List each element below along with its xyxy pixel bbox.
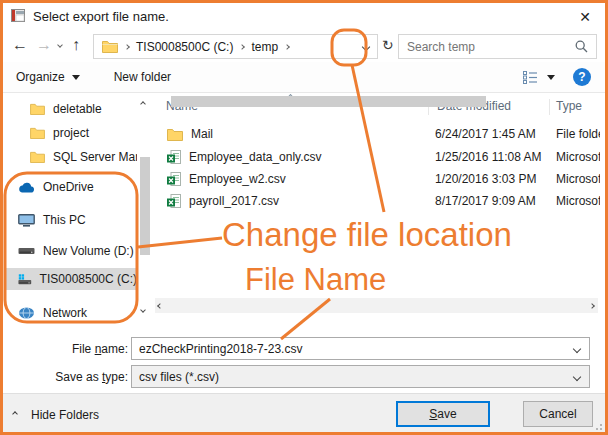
file-row-employee-data-only[interactable]: Employee_data_only.csv 1/25/2016 11:08 A… <box>155 146 600 168</box>
sidebar-item-label: TIS0008500C (C:) <box>40 272 137 286</box>
view-dropdown-icon[interactable] <box>547 75 555 80</box>
sidebar-item-sql-server[interactable]: SQL Server Manag <box>4 146 137 168</box>
export-dialog: Select export file name. ✕ ← → ↑ TIS0008… <box>0 0 608 435</box>
sidebar-item-project[interactable]: project <box>4 122 137 144</box>
network-icon <box>18 307 35 319</box>
file-date: 1/20/2016 3:03 PM <box>435 168 536 190</box>
folder-icon <box>30 127 45 139</box>
file-type: Microsof <box>556 190 600 212</box>
sidebar-item-network[interactable]: Network <box>4 302 137 324</box>
save-type-label: Save as type: <box>38 370 128 384</box>
back-icon[interactable]: ← <box>12 37 28 53</box>
new-folder-button[interactable]: New folder <box>114 70 171 84</box>
command-bar: Organize New folder ? <box>3 62 605 93</box>
file-date: 1/25/2016 11:08 AM <box>435 146 542 168</box>
breadcrumb[interactable]: TIS0008500C (C:) temp <box>93 34 378 59</box>
column-header-type[interactable]: Type <box>556 99 582 117</box>
history-chevron-icon[interactable] <box>57 42 63 48</box>
sidebar-item-this-pc[interactable]: This PC <box>4 209 137 231</box>
sidebar-item-label: OneDrive <box>43 180 94 194</box>
scroll-up-icon[interactable] <box>140 101 146 107</box>
sidebar-item-label: deletable <box>53 102 102 116</box>
folder-icon <box>30 103 45 115</box>
save-type-select[interactable]: csv files (*.csv) <box>131 365 590 388</box>
title-bar: Select export file name. ✕ <box>3 3 605 29</box>
cancel-button[interactable]: Cancel <box>523 401 593 427</box>
refresh-icon[interactable]: ↻ <box>382 37 394 53</box>
app-icon <box>11 9 26 23</box>
file-name: payroll_2017.csv <box>189 194 279 208</box>
sidebar-item-label: Network <box>43 306 87 320</box>
help-icon[interactable]: ? <box>573 68 591 86</box>
excel-file-icon <box>167 172 181 186</box>
annotation-change-file-location: Change file location <box>222 216 512 254</box>
close-icon[interactable]: ✕ <box>579 9 591 25</box>
file-row-employee-w2[interactable]: Employee_w2.csv 1/20/2016 3:03 PM Micros… <box>155 168 600 190</box>
file-name-label: File name: <box>38 342 128 356</box>
folder-icon <box>30 151 45 163</box>
sidebar-item-label: project <box>53 126 89 140</box>
file-name: Employee_w2.csv <box>189 172 286 186</box>
file-name: Mail <box>191 127 213 141</box>
file-type: Microsoft <box>556 146 600 168</box>
file-name-input[interactable]: ezCheckPrinting2018-7-23.csv <box>131 337 590 360</box>
file-name-dropdown-icon[interactable] <box>573 344 581 352</box>
file-name-value: ezCheckPrinting2018-7-23.csv <box>139 342 302 356</box>
crumb-separator-icon <box>124 44 130 50</box>
drive-icon <box>18 247 35 255</box>
file-date: 8/17/2017 9:09 AM <box>435 190 536 212</box>
sidebar-item-onedrive[interactable]: OneDrive <box>4 176 137 198</box>
hide-folders-button[interactable]: Hide Folders <box>31 408 99 422</box>
organize-dropdown-icon[interactable] <box>72 75 80 80</box>
crumb-separator-icon <box>240 44 246 50</box>
scroll-left-icon[interactable] <box>157 303 163 309</box>
sidebar-item-label: SQL Server Manag <box>53 150 137 164</box>
sidebar-item-deletable[interactable]: deletable <box>4 98 137 120</box>
sidebar-item-label: New Volume (D:) <box>43 244 134 258</box>
monitor-icon <box>18 214 35 227</box>
search-input[interactable]: Search temp <box>398 34 597 59</box>
horizontal-scrollbar-thumb[interactable] <box>171 96 486 107</box>
sidebar-item-tis0008500c[interactable]: TIS0008500C (C:) <box>4 268 137 290</box>
organize-button[interactable]: Organize <box>16 70 65 84</box>
sidebar-item-new-volume[interactable]: New Volume (D:) <box>4 240 137 262</box>
resize-grip[interactable] <box>596 424 602 430</box>
scroll-down-icon[interactable] <box>140 307 146 313</box>
save-type-value: csv files (*.csv) <box>139 370 219 384</box>
up-icon[interactable]: ↑ <box>72 37 80 53</box>
sidebar-item-label: This PC <box>43 213 86 227</box>
excel-file-icon <box>167 194 181 208</box>
excel-file-icon <box>167 150 181 164</box>
annotation-file-name: File Name <box>245 262 386 298</box>
save-type-dropdown-icon[interactable] <box>573 372 581 380</box>
file-type: Microsof <box>556 168 600 190</box>
horizontal-scrollbar[interactable] <box>155 298 598 313</box>
crumb-separator-icon <box>284 44 290 50</box>
scroll-right-icon[interactable] <box>589 303 595 309</box>
file-row-payroll-2017[interactable]: payroll_2017.csv 8/17/2017 9:09 AM Micro… <box>155 190 600 212</box>
file-name: Employee_data_only.csv <box>189 150 322 164</box>
forward-icon: → <box>36 37 52 53</box>
search-placeholder: Search temp <box>407 40 475 54</box>
address-dropdown-icon[interactable] <box>362 42 370 50</box>
folder-icon <box>167 128 183 141</box>
view-details-icon[interactable] <box>523 71 538 84</box>
column-divider[interactable] <box>549 99 550 115</box>
onedrive-icon <box>18 182 35 193</box>
os-drive-icon <box>18 273 32 286</box>
file-date: 6/24/2017 1:45 AM <box>435 123 536 145</box>
file-row-mail[interactable]: Mail 6/24/2017 1:45 AM File folde <box>155 123 600 145</box>
breadcrumb-drive[interactable]: TIS0008500C (C:) <box>136 40 233 54</box>
sidebar-scrollbar-thumb[interactable] <box>140 157 150 255</box>
window-title: Select export file name. <box>33 9 169 24</box>
search-icon[interactable] <box>575 40 588 53</box>
folder-icon <box>102 40 118 53</box>
breadcrumb-folder[interactable]: temp <box>251 40 278 54</box>
save-button[interactable]: Save <box>396 401 490 427</box>
file-type: File folde <box>556 123 600 145</box>
